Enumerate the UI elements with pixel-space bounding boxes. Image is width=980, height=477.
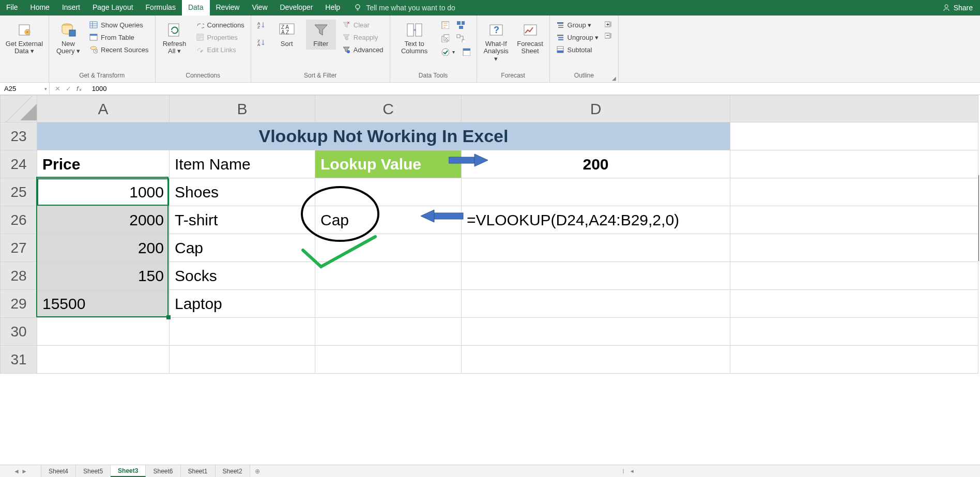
tab-review[interactable]: Review	[210, 0, 246, 16]
row-header-30[interactable]: 30	[1, 318, 37, 346]
cell-A26[interactable]: 2000	[37, 206, 170, 234]
recent-sources-button[interactable]: Recent Sources	[87, 44, 151, 55]
row-header-26[interactable]: 26	[1, 206, 37, 234]
col-header-A[interactable]: A	[37, 96, 170, 122]
name-box[interactable]: A25	[0, 83, 50, 95]
cell-D24[interactable]: 200	[462, 150, 730, 178]
tab-formulas[interactable]: Formulas	[140, 0, 182, 16]
group-rows-button[interactable]: Group ▾	[554, 20, 601, 30]
col-header-C[interactable]: C	[315, 96, 462, 122]
refresh-all-button[interactable]: Refresh All ▾	[160, 20, 190, 57]
sheet-tab-sheet4[interactable]: Sheet4	[41, 465, 76, 477]
sheet-tab-sheet1[interactable]: Sheet1	[181, 465, 216, 477]
row-header-31[interactable]: 31	[1, 346, 37, 374]
properties-icon	[196, 33, 204, 41]
col-header-D[interactable]: D	[462, 96, 730, 122]
row-header-27[interactable]: 27	[1, 234, 37, 262]
sort-asc-button[interactable]: AZ	[255, 20, 268, 30]
cell-C24[interactable]: Lookup Value	[315, 150, 462, 178]
tab-nav[interactable]: ◄ ►	[0, 465, 41, 477]
get-external-label: Get External Data ▾	[6, 40, 43, 55]
cell-C26[interactable]: Cap	[315, 206, 462, 234]
cell-B25[interactable]: Shoes	[170, 178, 315, 206]
sort-desc-button[interactable]: ZA	[255, 37, 268, 48]
svg-point-32	[442, 49, 449, 56]
formula-input[interactable]: 1000	[87, 85, 980, 93]
sheet-tab-sheet2[interactable]: Sheet2	[216, 465, 250, 477]
cell-B24[interactable]: Item Name	[170, 150, 315, 178]
edit-links-button[interactable]: Edit Links	[194, 44, 247, 55]
data-validation-button[interactable]: ▾	[439, 47, 457, 57]
col-header-blank[interactable]	[730, 96, 978, 122]
hide-detail-icon[interactable]: −	[605, 32, 614, 39]
new-query-button[interactable]: New Query ▾	[53, 20, 83, 57]
sheet-tab-sheet3[interactable]: Sheet3	[111, 465, 146, 477]
cell-A24[interactable]: Price	[37, 150, 170, 178]
cancel-icon[interactable]: ✕	[55, 85, 60, 93]
cell-A25[interactable]: 1000	[37, 178, 170, 206]
worksheet-grid-full[interactable]: A BC D 23 Vlookup Not Working In Excel 2…	[0, 95, 978, 374]
add-sheet-button[interactable]: ⊕	[250, 465, 265, 477]
data-model-icon	[462, 48, 470, 56]
advanced-filter-button[interactable]: Advanced	[340, 44, 386, 55]
svg-rect-42	[558, 37, 563, 38]
row-header-25[interactable]: 25	[1, 178, 37, 206]
sort-button[interactable]: Z AA Z Sort	[272, 20, 302, 50]
tab-data[interactable]: Data	[182, 0, 210, 16]
tab-help[interactable]: Help	[319, 0, 346, 16]
select-all-corner[interactable]	[1, 96, 37, 122]
outline-dialog-launcher[interactable]: ◢	[612, 75, 616, 81]
cell-B26[interactable]: T-shirt	[170, 206, 315, 234]
tab-home[interactable]: Home	[24, 0, 56, 16]
relationships-button[interactable]	[454, 33, 467, 43]
horizontal-scrollbar[interactable]: ⁞ ◄	[265, 465, 980, 477]
cell-title[interactable]: Vlookup Not Working In Excel	[37, 122, 730, 150]
tab-insert[interactable]: Insert	[56, 0, 86, 16]
text-to-columns-button[interactable]: Text to Columns	[394, 20, 435, 57]
filter-button[interactable]: Filter	[306, 20, 336, 50]
cell-A28[interactable]: 150	[37, 262, 170, 290]
fx-icon[interactable]: fₓ	[76, 85, 82, 93]
tab-view[interactable]: View	[246, 0, 273, 16]
properties-button[interactable]: Properties	[194, 32, 247, 42]
data-model-button[interactable]	[460, 47, 472, 57]
clear-filter-button[interactable]: Clear	[340, 20, 386, 30]
row-header-28[interactable]: 28	[1, 262, 37, 290]
cell-B27[interactable]: Cap	[170, 234, 315, 262]
sheet-tab-sheet6[interactable]: Sheet6	[146, 465, 180, 477]
enter-icon[interactable]: ✓	[66, 85, 71, 93]
tab-file[interactable]: File	[0, 0, 24, 16]
col-header-B[interactable]: B	[170, 96, 315, 122]
advanced-icon	[342, 45, 350, 54]
cell-B28[interactable]: Socks	[170, 262, 315, 290]
row-header-23[interactable]: 23	[1, 122, 37, 150]
flash-fill-button[interactable]	[439, 20, 451, 30]
link-edit-icon	[196, 45, 204, 54]
subtotal-button[interactable]: Subtotal	[554, 44, 601, 55]
consolidate-button[interactable]	[454, 20, 467, 30]
svg-text:?: ?	[494, 25, 499, 35]
tab-developer[interactable]: Developer	[274, 0, 319, 16]
show-queries-button[interactable]: Show Queries	[87, 20, 151, 30]
cell-A29[interactable]: 15500	[37, 290, 170, 318]
cell-A27[interactable]: 200	[37, 234, 170, 262]
ungroup-rows-button[interactable]: Ungroup ▾	[554, 32, 601, 42]
tell-me[interactable]: Tell me what you want to do	[346, 0, 455, 16]
share-button[interactable]: Share	[935, 0, 980, 16]
row-header-29[interactable]: 29	[1, 290, 37, 318]
lightbulb-icon	[354, 4, 362, 12]
tab-page-layout[interactable]: Page Layout	[86, 0, 140, 16]
whatif-button[interactable]: ? What-If Analysis ▾	[481, 20, 511, 65]
get-external-data-button[interactable]: Get External Data ▾	[4, 20, 44, 57]
cell-D26[interactable]: =VLOOKUP(D24,A24:B29,2,0)	[462, 206, 730, 234]
connections-button[interactable]: Connections	[194, 20, 247, 30]
forecast-sheet-button[interactable]: Forecast Sheet	[515, 20, 545, 57]
cell-B29[interactable]: Laptop	[170, 290, 315, 318]
row-header-24[interactable]: 24	[1, 150, 37, 178]
sort-label: Sort	[281, 40, 293, 48]
reapply-button[interactable]: Reapply	[340, 32, 386, 42]
from-table-button[interactable]: From Table	[87, 32, 151, 42]
remove-duplicates-button[interactable]	[439, 33, 451, 43]
show-detail-icon[interactable]: +	[605, 21, 614, 28]
sheet-tab-sheet5[interactable]: Sheet5	[76, 465, 111, 477]
